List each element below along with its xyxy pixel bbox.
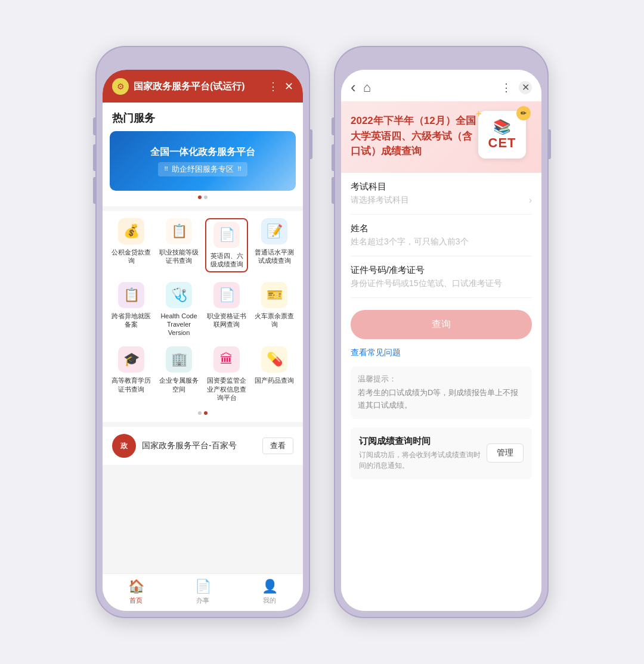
subscribe-manage-button[interactable]: 管理 (487, 443, 524, 463)
power-button-r (549, 129, 551, 159)
mute-button (93, 117, 95, 135)
service-item-pth[interactable]: 📝 普通话水平测试成绩查询 (253, 218, 296, 272)
service-row-2: 📋 跨省异地就医备案 🩺 Health Code Traveler Versio… (107, 282, 298, 337)
more-icon[interactable]: ⋮ (268, 80, 278, 93)
subscribe-desc: 订阅成功后，将会收到考试成绩查询时间的消息通知。 (359, 449, 481, 471)
close-icon[interactable]: ✕ (284, 80, 293, 93)
phone-notch-area-r (341, 53, 541, 70)
service-icon-ksy: 📋 (118, 282, 144, 308)
service-label-gz: 国资委监管企业产权信息查询平台 (205, 376, 248, 402)
service-label-hcp: 火车票余票查询 (253, 312, 296, 329)
tab-profile-label: 我的 (263, 596, 276, 605)
service-item-hc[interactable]: 🩺 Health Code Traveler Version (157, 282, 200, 337)
service-item-qy[interactable]: 🏢 企业专属服务空间 (157, 346, 200, 402)
home-icon: 🏠 (128, 579, 144, 594)
app-logo-icon: ⚙ (112, 78, 129, 95)
service-item-yp[interactable]: 💊 国产药品查询 (253, 346, 296, 402)
banner-line1: 全国一体化政务服务平台 (150, 146, 255, 159)
app-header: ⚙ 国家政务服务平台(试运行) ⋮ ✕ (103, 70, 303, 101)
bottom-spacer (341, 479, 541, 491)
close-page-icon[interactable]: ✕ (519, 81, 532, 94)
query-button[interactable]: 查询 (351, 310, 532, 339)
id-label: 证件号码/准考证号 (351, 265, 532, 276)
query-form: 考试科目 请选择考试科目 › 姓名 姓名超过3个字，可只输入前3个 证件号码/准… (341, 173, 541, 298)
subscribe-box: 订阅成绩查询时间 订阅成功后，将会收到考试成绩查询时间的消息通知。 管理 (351, 427, 532, 479)
home-button[interactable]: ⌂ (363, 80, 371, 95)
ad-logo: 政 (112, 434, 136, 458)
bottom-ad: 政 国家政务服务平台-百家号 查看 (103, 427, 303, 465)
service-icon-zy: 📄 (213, 282, 240, 308)
camera-notch (179, 56, 227, 67)
ad-view-button[interactable]: 查看 (262, 438, 293, 454)
id-placeholder: 身份证件号码或15位笔试、口试准考证号 (351, 278, 532, 289)
service-row-3: 🎓 高等教育学历证书查询 🏢 企业专属服务空间 🏛 国资委监管企业产权信息查询平… (107, 346, 298, 402)
service-label-zyjs: 职业技能等级证书查询 (157, 248, 200, 265)
service-item-gz[interactable]: 🏛 国资委监管企业产权信息查询平台 (205, 346, 248, 402)
service-label-qy: 企业专属服务空间 (157, 376, 200, 393)
service-label-pth: 普通话水平测试成绩查询 (253, 248, 296, 265)
grid-dot-2 (204, 411, 208, 415)
tab-tasks[interactable]: 📄 办事 (169, 579, 236, 605)
promo-banner[interactable]: 全国一体化政务服务平台 ⠿ 助企纾困服务专区 ⠿ (110, 131, 296, 191)
tip-box: 温馨提示： 若考生的口试成绩为D等，则成绩报告单上不报道其口试成绩。 (351, 367, 532, 419)
vol-down-button-r (332, 177, 334, 204)
back-button[interactable]: ‹ (351, 78, 356, 97)
vol-up-button (93, 144, 95, 171)
cet-badge: + 📚 CET ✏ (478, 111, 526, 159)
service-item-ksy[interactable]: 📋 跨省异地就医备案 (110, 282, 153, 337)
id-field[interactable]: 证件号码/准考证号 身份证件号码或15位笔试、口试准考证号 (351, 256, 532, 298)
camera-notch-r (417, 56, 465, 67)
service-item-jy[interactable]: 🎓 高等教育学历证书查询 (110, 346, 153, 402)
banner-sub: ⠿ 助企纾困服务专区 ⠿ (158, 162, 247, 176)
service-icon-gz: 🏛 (213, 346, 240, 373)
phone-right: ‹ ⌂ ⋮ ✕ 2022年下半年（12月）全国大学英语四、六级考试（含口试）成绩… (334, 46, 549, 618)
faq-link[interactable]: 查看常见问题 (351, 347, 532, 358)
phone-screen-right: ‹ ⌂ ⋮ ✕ 2022年下半年（12月）全国大学英语四、六级考试（含口试）成绩… (341, 70, 541, 611)
banner-grid-icon-right: ⠿ (237, 166, 242, 172)
service-icon-gjj: 💰 (118, 218, 144, 244)
service-item-zy[interactable]: 📄 职业资格证书联网查询 (205, 282, 248, 337)
id-row: 身份证件号码或15位笔试、口试准考证号 (351, 278, 532, 289)
service-item-cet[interactable]: 📄 英语四、六级成绩查询 (205, 218, 248, 272)
exam-subject-field[interactable]: 考试科目 请选择考试科目 › (351, 173, 532, 215)
grid-dots (107, 411, 298, 415)
nav-header: ‹ ⌂ ⋮ ✕ (341, 70, 541, 101)
service-icon-qy: 🏢 (166, 346, 192, 373)
name-field[interactable]: 姓名 姓名超过3个字，可只输入前3个 (351, 215, 532, 256)
banner-dots (110, 196, 296, 199)
banner-line2: 助企纾困服务专区 (172, 164, 234, 175)
dot-2 (204, 196, 208, 199)
service-label-gjj: 公积金贷款查询 (110, 248, 153, 265)
vol-down-button (93, 177, 95, 204)
tip-content: 若考生的口试成绩为D等，则成绩报告单上不报道其口试成绩。 (358, 387, 525, 412)
ad-label: 国家政务服务平台-百家号 (142, 440, 256, 451)
hot-services-title: 热门服务 (103, 103, 303, 131)
service-label-zy: 职业资格证书联网查询 (205, 312, 248, 329)
service-label-yp: 国产药品查询 (255, 376, 294, 384)
tab-tasks-label: 办事 (196, 596, 209, 605)
phone-notch-area (103, 53, 303, 70)
subscribe-title: 订阅成绩查询时间 (359, 436, 481, 447)
cet-badge-area: + 📚 CET ✏ (478, 111, 532, 165)
app-body: 热门服务 全国一体化政务服务平台 ⠿ 助企纾困服务专区 ⠿ (103, 103, 303, 573)
name-placeholder: 姓名超过3个字，可只输入前3个 (351, 237, 532, 247)
service-row-1: 💰 公积金贷款查询 📋 职业技能等级证书查询 📄 英语四、六级成绩查询 📝 普通… (107, 218, 298, 272)
tip-title: 温馨提示： (358, 374, 525, 384)
exam-subject-label: 考试科目 (351, 181, 532, 193)
phone-screen-left: ⚙ 国家政务服务平台(试运行) ⋮ ✕ 热门服务 全国一体化政务服务平台 ⠿ 助… (103, 70, 303, 611)
tasks-icon: 📄 (195, 579, 211, 594)
tab-profile[interactable]: 👤 我的 (236, 579, 303, 605)
service-label-jy: 高等教育学历证书查询 (110, 376, 153, 393)
header-actions: ⋮ ✕ (268, 80, 293, 93)
profile-icon: 👤 (262, 579, 278, 594)
service-item-gjj[interactable]: 💰 公积金贷款查询 (110, 218, 153, 272)
tab-bar: 🏠 首页 📄 办事 👤 我的 (103, 573, 303, 611)
service-item-hcp[interactable]: 🎫 火车票余票查询 (253, 282, 296, 337)
service-icon-zyjs: 📋 (166, 218, 192, 244)
more-menu-icon[interactable]: ⋮ (501, 81, 512, 94)
cet-banner: 2022年下半年（12月）全国大学英语四、六级考试（含口试）成绩查询 + 📚 C… (341, 101, 541, 173)
tab-home[interactable]: 🏠 首页 (103, 579, 169, 605)
service-label-ksy: 跨省异地就医备案 (110, 312, 153, 329)
service-item-zyjs[interactable]: 📋 职业技能等级证书查询 (157, 218, 200, 272)
service-icon-cet: 📄 (213, 222, 240, 248)
